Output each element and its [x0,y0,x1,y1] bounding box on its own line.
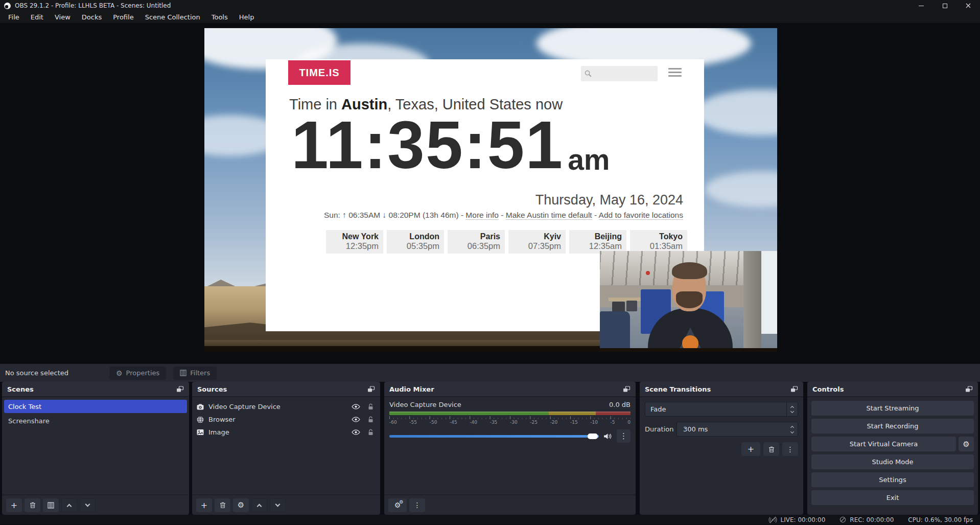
close-button[interactable] [956,0,980,11]
studio-mode-button[interactable]: Studio Mode [811,454,974,469]
start-recording-button[interactable]: Start Recording [811,419,974,433]
transition-select[interactable]: Fade [645,402,798,417]
eye-icon[interactable] [352,404,360,409]
popout-icon[interactable] [367,386,375,393]
timeis-logo[interactable]: TIME.IS [288,60,351,85]
menu-help[interactable]: Help [234,11,260,24]
city-cell[interactable]: Paris06:35pm [448,230,505,254]
add-source-button[interactable]: + [196,498,212,512]
source-row-browser[interactable]: Browser [192,413,380,426]
popout-icon[interactable] [176,386,184,393]
unlock-icon[interactable] [368,429,374,436]
exit-button[interactable]: Exit [811,490,974,505]
scene-filters-button[interactable] [43,498,59,512]
scenes-panel: Scenes Clock Test Screenshare + [2,382,189,515]
maximize-icon [943,4,947,8]
video-preview[interactable]: TIME.IS Time in Austin, Texas, United St… [204,28,777,352]
search-box[interactable] [581,66,658,81]
eye-icon[interactable] [352,417,360,422]
popout-icon[interactable] [965,386,973,393]
scene-item-clock-test[interactable]: Clock Test [4,400,187,413]
city-cell[interactable]: London05:35pm [387,230,444,254]
move-scene-down-button[interactable] [80,498,96,512]
page-date: Thursday, May 16, 2024 [535,192,683,208]
add-scene-button[interactable]: + [6,498,22,512]
filters-button[interactable]: Filters [173,367,217,380]
make-default-link[interactable]: Make Austin time default [506,211,592,220]
city-cell[interactable]: Beijing12:35am [569,230,626,254]
move-source-up-button[interactable] [251,498,267,512]
transition-select-spinner[interactable] [786,402,798,416]
meter-tick-marks [389,416,631,419]
mixer-channel-menu-button[interactable]: ⋮ [617,429,631,443]
more-info-link[interactable]: More info [465,211,499,220]
popout-icon[interactable] [623,386,631,393]
cloud-shape [695,89,777,135]
volume-slider-handle[interactable] [588,433,598,439]
popout-icon[interactable] [790,386,798,393]
sources-title: Sources [197,385,227,393]
mixer-channel-name: Video Capture Device [389,401,461,408]
chevron-up-icon[interactable] [790,425,794,429]
add-favorite-link[interactable]: Add to favorite locations [599,211,683,220]
audio-mixer-title: Audio Mixer [389,385,434,393]
source-row-video-capture[interactable]: Video Capture Device [192,400,380,413]
hamburger-menu-icon[interactable] [668,68,682,79]
move-source-down-button[interactable] [270,498,286,512]
window-title: OBS 29.1.2 - Profile: LLHLS BETA - Scene… [15,2,171,9]
advanced-audio-button[interactable]: ⚙⚙ [388,498,407,512]
remove-source-button[interactable] [215,498,230,512]
unlock-icon[interactable] [368,416,374,423]
volume-slider[interactable] [389,435,599,438]
properties-button[interactable]: ⚙ Properties [109,367,166,380]
sources-panel: Sources Video Capture Device [192,382,380,515]
chevron-up-icon [257,504,262,509]
add-transition-button[interactable]: + [741,442,760,456]
dock-panels: Scenes Clock Test Screenshare + [0,382,980,515]
minimize-button[interactable] [909,0,933,11]
speaker-icon[interactable] [603,433,612,440]
virtual-camera-settings-button[interactable]: ⚙ [959,437,974,451]
remove-scene-button[interactable] [25,498,40,512]
search-input[interactable] [594,70,650,78]
duration-spinbox[interactable]: 300 ms [676,422,798,437]
menu-docks[interactable]: Docks [76,11,107,24]
menu-file[interactable]: File [3,11,25,24]
transition-properties-button[interactable]: ⋮ [782,442,798,456]
move-scene-up-button[interactable] [61,498,77,512]
city-cell[interactable]: New York12:35pm [326,230,383,254]
kebab-menu-icon: ⋮ [620,431,627,441]
mixer-menu-button[interactable]: ⋮ [409,498,425,512]
city-cell[interactable]: Kyiv07:35pm [508,230,566,254]
remove-transition-button[interactable] [763,442,779,456]
live-status: LIVE: 00:00:00 [768,516,826,523]
menu-tools[interactable]: Tools [206,11,234,24]
scene-item-screenshare[interactable]: Screenshare [4,414,187,427]
gear-icon: ⚙ [116,369,123,377]
city-cell[interactable]: Tokyo01:35am [630,230,687,254]
trash-icon [219,501,226,509]
source-toolbar: No source selected ⚙ Properties Filters [0,363,980,382]
menu-bar: File Edit View Docks Profile Scene Colle… [0,11,980,24]
source-status-label: No source selected [5,369,68,377]
gear-icon: ⚙ [963,440,969,449]
maximize-button[interactable] [933,0,956,11]
program-canvas: TIME.IS Time in Austin, Texas, United St… [0,24,980,363]
settings-button[interactable]: Settings [811,472,974,487]
chevron-down-icon[interactable] [790,429,794,433]
eye-icon[interactable] [352,429,360,435]
start-streaming-button[interactable]: Start Streaming [811,401,974,416]
start-virtual-camera-button[interactable]: Start Virtual Camera [811,437,956,451]
unlock-icon[interactable] [368,403,374,410]
clock-display: 11:35:51 am [291,111,610,178]
obs-window: OBS 29.1.2 - Profile: LLHLS BETA - Scene… [0,0,980,525]
menu-edit[interactable]: Edit [25,11,49,24]
kebab-menu-icon: ⋮ [414,501,421,509]
source-row-image[interactable]: Image [192,426,380,439]
menu-scene-collection[interactable]: Scene Collection [139,11,206,24]
menu-profile[interactable]: Profile [107,11,139,24]
cloud-shape [705,171,777,207]
obs-logo [4,3,11,9]
menu-view[interactable]: View [49,11,76,24]
source-properties-button[interactable]: ⚙ [233,498,249,512]
